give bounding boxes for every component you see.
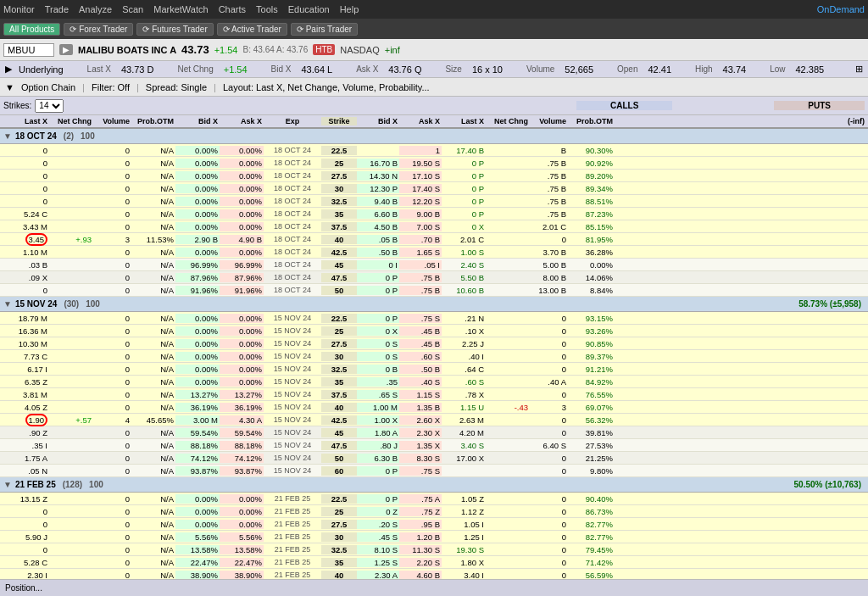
- call-ask[interactable]: 59.54%: [220, 428, 264, 437]
- put-bid[interactable]: .45 S: [357, 532, 399, 542]
- table-row[interactable]: 00N/A0.00%0.00%18 OCT 2432.59.40 B12.20 …: [0, 195, 868, 208]
- expiry-header[interactable]: ▼ 18 OCT 24 (2) 100: [0, 129, 868, 144]
- call-bid[interactable]: 13.27%: [175, 390, 220, 399]
- call-ask[interactable]: 4.90 B: [220, 235, 264, 244]
- col-volume[interactable]: Volume: [93, 117, 131, 125]
- col-pvolume[interactable]: Volume: [530, 117, 568, 125]
- table-row[interactable]: 5.28 C0N/A22.47%22.47%21 FEB 25351.25 S2…: [0, 556, 868, 569]
- table-row[interactable]: 00N/A91.96%91.96%18 OCT 24500 P.75 B10.6…: [0, 284, 868, 297]
- futures-trader-btn[interactable]: ⟳ Futures Trader: [136, 23, 213, 36]
- call-ask[interactable]: 38.90%: [220, 571, 264, 580]
- put-ask[interactable]: 11.30 S: [399, 545, 442, 554]
- call-ask[interactable]: 0.00%: [220, 209, 264, 219]
- strike-cell[interactable]: 22.5: [321, 494, 357, 504]
- strike-cell[interactable]: 37.5: [321, 390, 357, 399]
- put-bid[interactable]: 4.50 B: [357, 222, 399, 231]
- put-bid[interactable]: 9.40 B: [357, 197, 399, 206]
- table-row[interactable]: 16.36 M0N/A0.00%0.00%15 NOV 24250 X.45 B…: [0, 325, 868, 337]
- call-bid[interactable]: 93.87%: [175, 466, 220, 476]
- call-bid[interactable]: 0.00%: [175, 159, 220, 168]
- strike-cell[interactable]: 35: [321, 558, 357, 567]
- put-bid[interactable]: 0 I: [357, 260, 399, 270]
- put-bid[interactable]: .65 S: [357, 390, 399, 399]
- col-pnet-chng[interactable]: Net Chng: [486, 117, 530, 125]
- call-ask[interactable]: 13.27%: [220, 390, 264, 399]
- put-ask[interactable]: 4.60 B: [399, 571, 442, 580]
- put-ask[interactable]: 1.35 B: [399, 403, 442, 412]
- col-ask[interactable]: Ask X: [220, 117, 264, 125]
- put-ask[interactable]: .75 S: [399, 314, 442, 323]
- screen-icon[interactable]: ⊞: [855, 64, 863, 75]
- strike-cell[interactable]: 40: [321, 403, 357, 412]
- table-row[interactable]: 4.05 Z0N/A36.19%36.19%15 NOV 24401.00 M1…: [0, 401, 868, 414]
- call-ask[interactable]: 0.00%: [220, 494, 264, 504]
- call-ask[interactable]: 4.30 A: [220, 415, 264, 425]
- col-prob-otm[interactable]: Prob.OTM: [131, 117, 175, 125]
- on-demand-badge[interactable]: OnDemand: [817, 4, 865, 14]
- table-row[interactable]: 5.90 J0N/A5.56%5.56%21 FEB 2530.45 S1.20…: [0, 531, 868, 543]
- put-bid[interactable]: .50 B: [357, 248, 399, 257]
- forex-trader-btn[interactable]: ⟳ Forex Trader: [64, 23, 133, 36]
- call-bid[interactable]: 0.00%: [175, 326, 220, 336]
- call-bid[interactable]: 3.00 M: [175, 415, 220, 425]
- put-bid[interactable]: .35: [357, 377, 399, 387]
- layout-label[interactable]: Layout: Last X, Net Change, Volume, Prob…: [223, 82, 430, 92]
- call-bid[interactable]: 5.56%: [175, 532, 220, 542]
- table-row[interactable]: 00N/A0.00%0.00%18 OCT 2427.514.30 N17.10…: [0, 170, 868, 182]
- call-ask[interactable]: 0.00%: [220, 146, 264, 155]
- expiry-header[interactable]: ▼ 21 FEB 25 (128) 100 50.50% (±10,763): [0, 477, 868, 493]
- call-bid[interactable]: 0.00%: [175, 494, 220, 504]
- call-bid[interactable]: 0.00%: [175, 184, 220, 193]
- put-bid[interactable]: 0 S: [357, 339, 399, 348]
- strike-cell[interactable]: 32.5: [321, 545, 357, 554]
- put-ask[interactable]: 2.30 X: [399, 428, 442, 437]
- table-row[interactable]: .35 I0N/A88.18%88.18%15 NOV 2447.5.80 J1…: [0, 439, 868, 452]
- call-bid[interactable]: 0.00%: [175, 520, 220, 529]
- put-bid[interactable]: 1.25 S: [357, 558, 399, 567]
- put-ask[interactable]: 17.10 S: [399, 171, 442, 181]
- call-bid[interactable]: 38.90%: [175, 571, 220, 580]
- table-row[interactable]: 00N/A0.00%0.00%21 FEB 25250 Z.75 Z1.12 Z…: [0, 505, 868, 518]
- put-ask[interactable]: .75 B: [399, 286, 442, 295]
- put-bid[interactable]: 1.80 A: [357, 428, 399, 437]
- call-bid[interactable]: 91.96%: [175, 286, 220, 295]
- put-bid[interactable]: 0 P: [357, 273, 399, 282]
- table-row[interactable]: 7.73 C0N/A0.00%0.00%15 NOV 24300 S.60 S.…: [0, 350, 868, 363]
- strikes-select[interactable]: 14: [35, 99, 64, 113]
- call-ask[interactable]: 0.00%: [220, 520, 264, 529]
- put-ask[interactable]: 1.35 X: [399, 441, 442, 450]
- put-ask[interactable]: .05 I: [399, 260, 442, 270]
- call-bid[interactable]: 0.00%: [175, 352, 220, 361]
- put-ask[interactable]: .95 B: [399, 520, 442, 529]
- table-row[interactable]: 1.90+.57445.65%3.00 M4.30 A15 NOV 2442.5…: [0, 414, 868, 426]
- table-row[interactable]: .09 X0N/A87.96%87.96%18 OCT 2447.50 P.75…: [0, 271, 868, 284]
- put-ask[interactable]: 17.40 S: [399, 184, 442, 193]
- call-ask[interactable]: 5.56%: [220, 532, 264, 542]
- put-ask[interactable]: 7.00 S: [399, 222, 442, 231]
- col-exp[interactable]: Exp: [264, 117, 321, 125]
- strike-cell[interactable]: 50: [321, 454, 357, 463]
- strike-cell[interactable]: 35: [321, 377, 357, 387]
- option-chain-toggle[interactable]: ▼: [5, 82, 14, 92]
- call-ask[interactable]: 88.18%: [220, 441, 264, 450]
- call-bid[interactable]: 0.00%: [175, 314, 220, 323]
- strike-cell[interactable]: 25: [321, 159, 357, 168]
- call-ask[interactable]: 0.00%: [220, 377, 264, 387]
- table-row[interactable]: 2.30 I0N/A38.90%38.90%21 FEB 25402.30 A4…: [0, 569, 868, 579]
- call-ask[interactable]: 22.47%: [220, 558, 264, 567]
- col-pbid[interactable]: Bid X: [357, 117, 399, 125]
- put-ask[interactable]: 9.00 B: [399, 209, 442, 219]
- col-strike[interactable]: Strike: [321, 117, 357, 125]
- call-ask[interactable]: 0.00%: [220, 159, 264, 168]
- nav-education[interactable]: Education: [288, 4, 330, 14]
- col-last-x[interactable]: Last X: [0, 117, 49, 125]
- call-ask[interactable]: 13.58%: [220, 545, 264, 554]
- strike-cell[interactable]: 32.5: [321, 197, 357, 206]
- table-row[interactable]: .03 B0N/A96.99%96.99%18 OCT 24450 I.05 I…: [0, 259, 868, 271]
- table-area[interactable]: ▼ 18 OCT 24 (2) 100 00N/A0.00%0.00%18 OC…: [0, 129, 868, 579]
- put-bid[interactable]: 0 S: [357, 352, 399, 361]
- nav-analyze[interactable]: Analyze: [79, 4, 112, 14]
- put-bid[interactable]: 16.70 B: [357, 159, 399, 168]
- table-row[interactable]: 1.75 A0N/A74.12%74.12%15 NOV 24506.30 B8…: [0, 452, 868, 465]
- col-net-chng[interactable]: Net Chng: [49, 117, 93, 125]
